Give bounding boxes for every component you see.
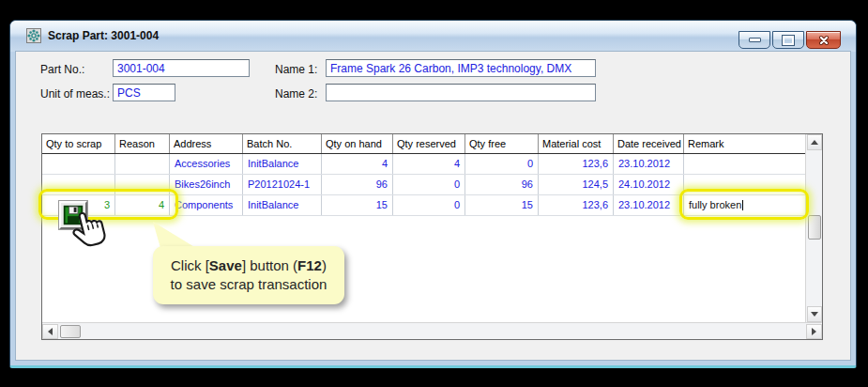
- cell-qty-reserved[interactable]: 0: [393, 195, 465, 215]
- callout-line2: to save scrap transaction: [171, 275, 327, 294]
- grid-header-row: Qty to scrap Reason Address Batch No. Qt…: [42, 134, 805, 154]
- cell-address[interactable]: Components: [170, 195, 243, 215]
- cell-batch-no[interactable]: InitBalance: [243, 154, 322, 174]
- callout-bubble: Click [Save] button (F12) to save scrap …: [153, 246, 344, 304]
- name1-label: Name 1:: [275, 63, 317, 76]
- scroll-down-button[interactable]: [807, 306, 822, 322]
- callout-line1: Click [Save] button (F12): [171, 256, 327, 275]
- close-icon: [818, 35, 830, 46]
- app-gear-icon: [26, 28, 41, 43]
- window-title: Scrap Part: 3001-004: [48, 29, 159, 42]
- scrap-part-window: Scrap Part: 3001-004 Part No.: Unit of m…: [9, 20, 857, 368]
- column-header-qty-reserved[interactable]: Qty reserved: [393, 134, 465, 153]
- title-bar[interactable]: Scrap Part: 3001-004: [10, 21, 856, 52]
- unit-of-meas-input[interactable]: [113, 84, 175, 101]
- unit-of-meas-label: Unit of meas.:: [40, 87, 110, 101]
- cell-date-received[interactable]: 24.10.2012: [614, 175, 684, 194]
- column-header-reason[interactable]: Reason: [115, 134, 170, 153]
- column-header-batch-no[interactable]: Batch No.: [243, 134, 322, 153]
- cell-qty-to-scrap[interactable]: [42, 154, 115, 174]
- cell-qty-reserved[interactable]: 0: [393, 175, 465, 194]
- cell-qty-free[interactable]: 96: [465, 175, 539, 194]
- vertical-scroll-thumb[interactable]: [808, 215, 821, 240]
- part-no-input[interactable]: [113, 59, 250, 77]
- cell-batch-no[interactable]: InitBalance: [243, 195, 322, 215]
- cell-material-cost[interactable]: 124,5: [539, 175, 614, 194]
- arrow-up-icon: [811, 140, 818, 145]
- highlight-remark-cell: [679, 189, 809, 220]
- cell-date-received[interactable]: 23.10.2012: [614, 195, 684, 215]
- column-header-material-cost[interactable]: Material cost: [539, 134, 614, 153]
- cell-qty-on-hand[interactable]: 4: [322, 154, 393, 174]
- close-button[interactable]: [806, 31, 841, 49]
- arrow-right-icon: [812, 328, 816, 335]
- column-header-date-received[interactable]: Date received: [614, 134, 684, 153]
- cell-reason[interactable]: [115, 154, 170, 174]
- column-header-remark[interactable]: Remark: [684, 134, 805, 153]
- cell-qty-on-hand[interactable]: 15: [322, 195, 393, 215]
- column-header-qty-free[interactable]: Qty free: [465, 134, 539, 153]
- column-header-address[interactable]: Address: [170, 134, 243, 153]
- scroll-right-button[interactable]: [806, 324, 822, 339]
- name2-label: Name 2:: [275, 87, 317, 101]
- name1-input[interactable]: [326, 59, 596, 77]
- minimize-button[interactable]: [739, 31, 770, 49]
- cell-qty-free[interactable]: 0: [465, 154, 539, 174]
- callout-tail: [151, 221, 209, 249]
- maximize-icon: [783, 36, 794, 45]
- cell-address[interactable]: Bikes26inch: [170, 175, 243, 194]
- horizontal-scrollbar[interactable]: [42, 322, 822, 339]
- cell-address[interactable]: Accessories: [170, 154, 243, 174]
- scroll-up-button[interactable]: [807, 134, 822, 150]
- cell-remark[interactable]: [684, 154, 805, 174]
- cell-qty-on-hand[interactable]: 96: [322, 175, 393, 194]
- arrow-left-icon: [48, 328, 53, 335]
- cell-material-cost[interactable]: 123,6: [539, 195, 614, 215]
- horizontal-scroll-thumb[interactable]: [60, 325, 81, 338]
- name2-input[interactable]: [326, 84, 596, 101]
- table-row: Accessories InitBalance 4 4 0 123,6 23.1…: [42, 154, 805, 175]
- minimize-icon: [749, 38, 761, 42]
- scroll-left-button[interactable]: [42, 324, 58, 339]
- column-header-qty-on-hand[interactable]: Qty on hand: [322, 134, 393, 153]
- vertical-scrollbar[interactable]: [805, 134, 822, 322]
- arrow-down-icon: [811, 312, 818, 317]
- cell-material-cost[interactable]: 123,6: [539, 154, 614, 174]
- cell-date-received[interactable]: 23.10.2012: [614, 154, 684, 174]
- client-area: Part No.: Unit of meas.: Name 1: Name 2:…: [16, 52, 850, 360]
- part-no-label: Part No.:: [40, 63, 84, 76]
- cell-qty-reserved[interactable]: 4: [393, 154, 465, 174]
- maximize-button[interactable]: [772, 31, 804, 49]
- cell-batch-no[interactable]: P20121024-1: [243, 175, 322, 194]
- cell-qty-free[interactable]: 15: [465, 195, 539, 215]
- column-header-qty-to-scrap[interactable]: Qty to scrap: [42, 134, 115, 153]
